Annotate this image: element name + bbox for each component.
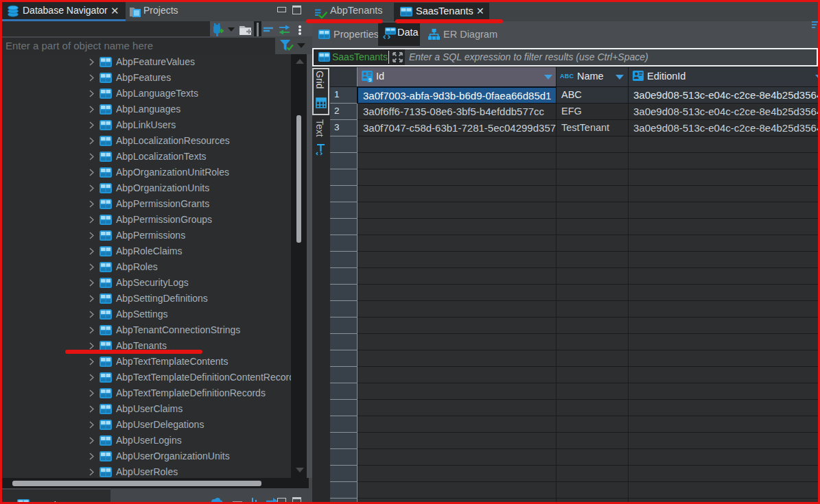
svg-text:9: 9 xyxy=(368,77,372,83)
